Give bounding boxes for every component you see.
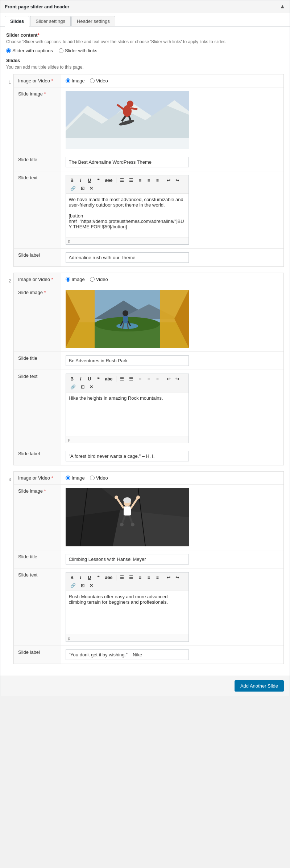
slide-3-radio-image-input[interactable]	[66, 476, 70, 480]
toolbar-strikethrough[interactable]: abc	[103, 177, 115, 184]
toolbar-ordered-list[interactable]: ☰	[127, 177, 135, 184]
slide-3-toolbar-align-left[interactable]: ≡	[136, 574, 144, 581]
slide-3-editor-footer: p	[66, 635, 188, 641]
toolbar-align-right[interactable]: ≡	[153, 177, 161, 184]
slide-2-toolbar-strikethrough[interactable]: abc	[103, 375, 115, 383]
slide-2-toolbar-bold[interactable]: B	[68, 375, 76, 383]
slide-3-toolbar-strikethrough[interactable]: abc	[103, 574, 115, 581]
slide-2-toolbar-underline[interactable]: U	[86, 375, 94, 383]
slide-1-number: 1	[6, 74, 13, 85]
toolbar-blockquote[interactable]: ❝	[94, 177, 102, 184]
slide-2-text-row: Slide text B I U ❝ abc ☰	[14, 370, 283, 447]
toolbar-unordered-list[interactable]: ☰	[118, 177, 126, 184]
slide-3-title-input[interactable]	[66, 554, 189, 565]
slide-2-toolbar-unlink[interactable]: ⊡	[79, 383, 87, 391]
slide-3-toolbar-unlink[interactable]: ⊡	[79, 582, 87, 589]
toolbar-unlink[interactable]: ⊡	[79, 185, 87, 192]
slide-3-image[interactable]	[66, 488, 189, 546]
toolbar-underline[interactable]: U	[86, 177, 94, 184]
slide-3-toolbar-align-center[interactable]: ≡	[145, 574, 153, 581]
slide-2-title-input[interactable]	[66, 355, 189, 366]
slide-1-radio-image-input[interactable]	[66, 78, 70, 83]
slide-2-toolbar-redo[interactable]: ↪	[173, 375, 181, 383]
slide-2-toolbar-align-left[interactable]: ≡	[136, 375, 144, 383]
slide-2-toolbar-undo[interactable]: ↩	[165, 375, 173, 383]
tab-slides[interactable]: Slides	[5, 16, 29, 27]
toolbar-redo[interactable]: ↪	[173, 177, 181, 184]
slide-2-editor-body[interactable]: Hike the heights in amazing Rock mountai…	[66, 392, 188, 436]
slide-2-radio-video-input[interactable]	[90, 277, 95, 282]
slide-3-toolbar-align-right[interactable]: ≡	[153, 574, 161, 581]
slide-2-radio-video[interactable]: Video	[90, 277, 108, 282]
slide-1-image[interactable]	[66, 91, 189, 149]
slide-3-toolbar-bold[interactable]: B	[68, 574, 76, 581]
slide-2-label-input[interactable]	[66, 451, 189, 461]
slide-3-toolbar-ol[interactable]: ☰	[127, 574, 135, 581]
slide-2-label-label: Slide label	[14, 447, 61, 465]
slide-3-toolbar: B I U ❝ abc ☰ ☰ ≡ ≡	[66, 572, 188, 591]
slide-1-title-input[interactable]	[66, 157, 189, 167]
slide-1: Image or Video * Image	[13, 74, 284, 267]
slide-3-toolbar-blockquote[interactable]: ❝	[94, 574, 102, 581]
add-another-slide-button[interactable]: Add Another Slide	[235, 680, 284, 692]
slide-2-toolbar-link[interactable]: 🔗	[68, 383, 78, 391]
slide-2-image[interactable]	[66, 290, 189, 348]
slide-2-toolbar-italic[interactable]: I	[77, 375, 85, 383]
slide-2-toolbar-ul[interactable]: ☰	[118, 375, 126, 383]
widget-toggle-icon[interactable]: ▲	[279, 3, 285, 10]
slide-2-toolbar-align-right[interactable]: ≡	[153, 375, 161, 383]
slide-2-toolbar: B I U ❝ abc ☰ ☰ ≡ ≡	[66, 374, 188, 392]
slide-1-editor-body[interactable]: We have made the most advanced, constumi…	[66, 194, 188, 237]
slide-1-radio-video-input[interactable]	[90, 78, 95, 83]
slide-3-type-radios: Image Video	[66, 475, 279, 481]
slide-3-radio-video[interactable]: Video	[90, 475, 108, 481]
slide-2-number: 2	[6, 273, 13, 284]
tab-slider-settings[interactable]: Slider settings	[30, 16, 71, 26]
slide-3-toolbar-remove-format[interactable]: ✕	[87, 582, 95, 589]
slide-2-toolbar-blockquote[interactable]: ❝	[94, 375, 102, 383]
svg-rect-36	[124, 506, 131, 515]
slide-2-type-radios: Image Video	[66, 277, 279, 282]
toolbar-remove-format[interactable]: ✕	[87, 185, 95, 192]
tab-header-settings[interactable]: Header settings	[71, 16, 115, 26]
slide-1-image-video-row: Image or Video * Image	[14, 74, 283, 87]
slide-1-radio-video[interactable]: Video	[90, 78, 108, 83]
toolbar-undo[interactable]: ↩	[165, 177, 173, 184]
toolbar-align-center[interactable]: ≡	[145, 177, 153, 184]
slide-3-image-value	[61, 485, 283, 550]
slide-3-label-input[interactable]	[66, 649, 189, 660]
slide-3-toolbar-undo[interactable]: ↩	[165, 574, 173, 581]
slide-1-label-label: Slide label	[14, 249, 61, 267]
slide-2-radio-image-input[interactable]	[66, 277, 70, 282]
slide-3-toolbar-redo[interactable]: ↪	[173, 574, 181, 581]
slide-1-label-input[interactable]	[66, 252, 189, 263]
radio-captions-input[interactable]	[6, 48, 11, 53]
slide-3-toolbar-underline[interactable]: U	[86, 574, 94, 581]
slide-1-title-value	[61, 153, 283, 171]
slide-3-toolbar-link[interactable]: 🔗	[68, 582, 78, 589]
slide-3-title-row: Slide title	[14, 550, 283, 569]
toolbar-italic[interactable]: I	[77, 177, 85, 184]
slide-2-image-video-label: Image or Video *	[14, 273, 61, 286]
slide-1-title-row: Slide title	[14, 153, 283, 171]
radio-links-input[interactable]	[59, 48, 63, 53]
slide-2-outer: 2 Image or Video * Image	[6, 273, 284, 465]
slide-2-toolbar-align-center[interactable]: ≡	[145, 375, 153, 383]
slide-2-toolbar-remove-format[interactable]: ✕	[87, 383, 95, 391]
slide-3-editor-body[interactable]: Rush Mountains offer easy and more advan…	[66, 591, 188, 635]
slide-1-text-row: Slide text B I U ❝ abc ☰	[14, 171, 283, 249]
toolbar-bold[interactable]: B	[68, 177, 76, 184]
slide-3-radio-image[interactable]: Image	[66, 475, 85, 481]
slide-2-radio-image[interactable]: Image	[66, 277, 85, 282]
radio-links[interactable]: Slider with links	[59, 48, 98, 53]
slide-1-radio-image[interactable]: Image	[66, 78, 85, 83]
slide-2-toolbar-ol[interactable]: ☰	[127, 375, 135, 383]
slide-3-image-video-value: Image Video	[61, 472, 283, 485]
toolbar-align-left[interactable]: ≡	[136, 177, 144, 184]
radio-captions[interactable]: Slider with captions	[6, 48, 53, 53]
toolbar-link[interactable]: 🔗	[68, 185, 78, 192]
slide-3-toolbar-ul[interactable]: ☰	[118, 574, 126, 581]
slide-3-radio-video-input[interactable]	[90, 476, 95, 480]
slide-3-toolbar-italic[interactable]: I	[77, 574, 85, 581]
slide-3-editor: B I U ❝ abc ☰ ☰ ≡ ≡	[66, 572, 189, 642]
